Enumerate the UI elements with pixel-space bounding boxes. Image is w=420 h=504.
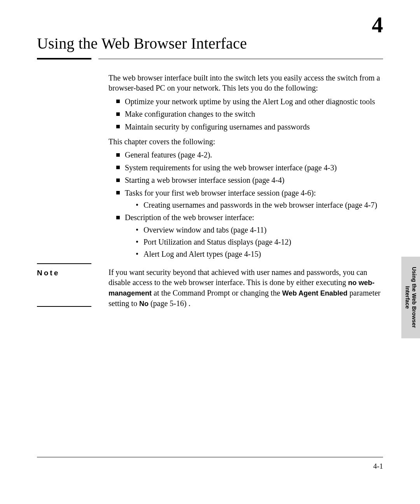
intro-paragraph: The web browser interface built into the… bbox=[108, 73, 383, 93]
body-column: The web browser interface built into the… bbox=[108, 73, 383, 309]
rule-thick bbox=[37, 58, 91, 60]
side-tab-label: Using the Web Browser Interface bbox=[404, 267, 417, 328]
list-item-text: Description of the web browser interface… bbox=[125, 213, 254, 222]
page-number: 4-1 bbox=[373, 462, 383, 471]
intro-bullet-list: Optimize your network uptime by using th… bbox=[108, 96, 383, 132]
note-seg: If you want security beyond that achieve… bbox=[108, 268, 367, 287]
side-tab: Using the Web Browser Interface bbox=[401, 257, 420, 338]
subtopics-description: Overview window and tabs (page 4-11) Por… bbox=[125, 225, 383, 259]
page: 4 Using the Web Browser Interface The we… bbox=[0, 0, 420, 504]
topics-list: General features (page 4-2). System requ… bbox=[108, 150, 383, 259]
list-item: Port Utilization and Status displays (pa… bbox=[136, 237, 383, 247]
list-item: Make configuration changes to the switch bbox=[116, 109, 383, 119]
list-item: Creating usernames and passwords in the … bbox=[136, 200, 383, 210]
note-command: No bbox=[139, 300, 149, 308]
chapter-number: 4 bbox=[372, 12, 383, 38]
note-rule-top bbox=[37, 263, 91, 264]
list-item-text: Tasks for your first web browser interfa… bbox=[125, 189, 316, 197]
list-item: General features (page 4-2). bbox=[116, 150, 383, 160]
title-rules bbox=[37, 58, 383, 60]
subtopics-tasks: Creating usernames and passwords in the … bbox=[125, 200, 383, 210]
note-command: Web Agent Enabled bbox=[282, 289, 348, 297]
list-item: Alert Log and Alert types (page 4-15) bbox=[136, 249, 383, 259]
covers-paragraph: This chapter covers the following: bbox=[108, 136, 383, 147]
page-title: Using the Web Browser Interface bbox=[37, 34, 383, 52]
note-label: Note bbox=[37, 268, 60, 278]
note-block: Note If you want security beyond that ac… bbox=[108, 267, 383, 309]
note-seg: (page 5-16) . bbox=[149, 299, 191, 308]
list-item: System requirements for using the web br… bbox=[116, 163, 383, 173]
list-item: Overview window and tabs (page 4-11) bbox=[136, 225, 383, 235]
footer-rule bbox=[37, 457, 383, 457]
list-item: Starting a web browser interface session… bbox=[116, 175, 383, 185]
side-tab-line: Interface bbox=[404, 286, 411, 309]
rule-thin bbox=[98, 59, 383, 59]
note-seg: at the Command Prompt or changing the bbox=[152, 289, 282, 297]
list-item: Tasks for your first web browser interfa… bbox=[116, 188, 383, 210]
side-tab-line: Using the Web Browser bbox=[411, 267, 417, 328]
list-item: Optimize your network uptime by using th… bbox=[116, 96, 383, 107]
list-item: Description of the web browser interface… bbox=[116, 212, 383, 259]
note-text: If you want security beyond that achieve… bbox=[108, 267, 383, 309]
note-rule-bottom bbox=[37, 306, 91, 307]
list-item: Maintain security by configuring usernam… bbox=[116, 122, 383, 132]
